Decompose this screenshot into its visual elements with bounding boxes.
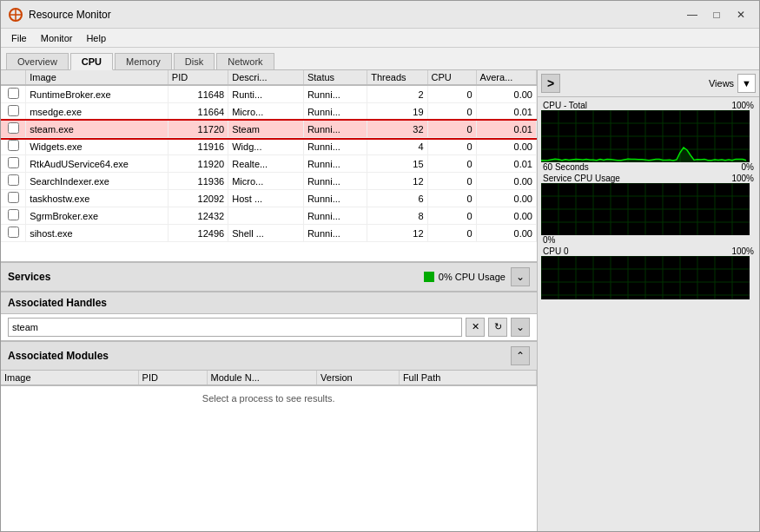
row-checkbox-cell[interactable]: [1, 103, 26, 121]
modules-col-image[interactable]: Image: [1, 371, 138, 385]
row-desc: Shell ...: [228, 225, 304, 242]
row-avg: 0.01: [476, 103, 536, 121]
col-header-status[interactable]: Status: [303, 70, 367, 85]
process-table: Image PID Descri... Status Threads CPU A…: [1, 70, 537, 242]
modules-table-container: Image PID Module N... Version Full Path …: [1, 371, 537, 532]
views-toolbar: > Views ▼: [538, 70, 759, 97]
row-checkbox[interactable]: [8, 227, 19, 238]
tab-overview[interactable]: Overview: [6, 53, 69, 69]
row-status: Runni...: [303, 207, 367, 225]
row-status: Runni...: [303, 155, 367, 173]
table-row[interactable]: SgrmBroker.exe 12432 Runni... 8 0 0.00: [1, 207, 537, 225]
services-title: Services: [8, 271, 424, 283]
row-desc: Steam: [228, 121, 304, 138]
row-cpu: 0: [427, 138, 476, 155]
row-status: Runni...: [303, 138, 367, 155]
handles-search-input[interactable]: [8, 318, 462, 337]
handles-refresh-btn[interactable]: ↻: [488, 318, 507, 337]
row-checkbox[interactable]: [8, 105, 19, 116]
row-checkbox-cell[interactable]: [1, 85, 26, 103]
menu-file[interactable]: File: [4, 31, 34, 45]
tab-memory[interactable]: Memory: [115, 53, 172, 69]
process-table-scroll[interactable]: Image PID Descri... Status Threads CPU A…: [1, 70, 537, 261]
services-badge: 0% CPU Usage: [424, 272, 506, 282]
row-cpu: 0: [427, 85, 476, 103]
col-header-threads[interactable]: Threads: [367, 70, 427, 85]
modules-col-version[interactable]: Version: [317, 371, 400, 385]
resource-monitor-window: Resource Monitor — □ ✕ File Monitor Help…: [0, 0, 760, 532]
tab-disk[interactable]: Disk: [174, 53, 215, 69]
row-threads: 2: [367, 85, 427, 103]
table-row[interactable]: RuntimeBroker.exe 11648 Runti... Runni..…: [1, 85, 537, 103]
handles-collapse-btn[interactable]: ⌄: [511, 318, 530, 337]
process-table-body: RuntimeBroker.exe 11648 Runti... Runni..…: [1, 85, 537, 242]
row-checkbox[interactable]: [8, 88, 19, 99]
row-checkbox[interactable]: [8, 209, 19, 220]
modules-collapse-btn[interactable]: ⌃: [511, 346, 530, 365]
row-checkbox[interactable]: [8, 192, 19, 203]
close-button[interactable]: ✕: [730, 5, 752, 24]
table-row[interactable]: taskhostw.exe 12092 Host ... Runni... 6 …: [1, 190, 537, 207]
cpu0-title: CPU 0: [543, 246, 568, 256]
table-row[interactable]: sihost.exe 12496 Shell ... Runni... 12 0…: [1, 225, 537, 242]
row-checkbox-cell[interactable]: [1, 225, 26, 242]
expand-button[interactable]: >: [541, 74, 560, 93]
table-row[interactable]: RtkAudUService64.exe 11920 Realte... Run…: [1, 155, 537, 173]
menu-monitor[interactable]: Monitor: [34, 31, 80, 45]
menu-help[interactable]: Help: [79, 31, 113, 45]
row-checkbox[interactable]: [8, 140, 19, 151]
views-label: Views: [709, 78, 734, 89]
service-cpu-max: 100%: [731, 174, 754, 183]
services-collapse-btn[interactable]: ⌄: [511, 267, 530, 286]
col-header-image[interactable]: Image: [26, 70, 169, 85]
row-checkbox[interactable]: [8, 122, 19, 134]
cpu0-graph-block: CPU 0 100%: [541, 246, 756, 299]
modules-header[interactable]: Associated Modules ⌃: [1, 341, 537, 371]
modules-table-body: Select a process to see results.: [1, 385, 537, 410]
cpu-total-bottom-row: 60 Seconds 0%: [541, 162, 756, 172]
cpu-total-graph-block: CPU - Total 100% 60 Seconds 0%: [541, 101, 756, 172]
row-checkbox-cell[interactable]: [1, 121, 26, 138]
minimize-button[interactable]: —: [681, 5, 704, 24]
col-header-pid[interactable]: PID: [168, 70, 228, 85]
row-pid: 11648: [168, 85, 228, 103]
tab-cpu[interactable]: CPU: [70, 53, 113, 70]
col-header-avg[interactable]: Avera...: [476, 70, 536, 85]
modules-col-module[interactable]: Module N...: [207, 371, 316, 385]
table-row[interactable]: SearchIndexer.exe 11936 Micro... Runni..…: [1, 173, 537, 190]
table-row[interactable]: Widgets.exe 11916 Widg... Runni... 4 0 0…: [1, 138, 537, 155]
handles-header[interactable]: Associated Handles: [1, 292, 537, 314]
row-desc: Micro...: [228, 103, 304, 121]
row-cpu: 0: [427, 190, 476, 207]
row-cpu: 0: [427, 103, 476, 121]
window-title: Resource Monitor: [29, 9, 681, 21]
row-image: Widgets.exe: [26, 138, 169, 155]
row-status: Runni...: [303, 103, 367, 121]
row-checkbox-cell[interactable]: [1, 173, 26, 190]
row-checkbox[interactable]: [8, 157, 19, 168]
row-avg: 0.00: [476, 225, 536, 242]
row-checkbox-cell[interactable]: [1, 155, 26, 173]
app-icon: [8, 7, 23, 23]
tab-network[interactable]: Network: [216, 53, 274, 69]
views-dropdown[interactable]: ▼: [737, 74, 756, 93]
row-avg: 0.00: [476, 173, 536, 190]
row-checkbox-cell[interactable]: [1, 138, 26, 155]
row-image: msedge.exe: [26, 103, 169, 121]
service-cpu-title: Service CPU Usage: [543, 174, 620, 183]
table-row[interactable]: msedge.exe 11664 Micro... Runni... 19 0 …: [1, 103, 537, 121]
row-checkbox-cell[interactable]: [1, 190, 26, 207]
modules-col-pid[interactable]: PID: [138, 371, 207, 385]
modules-col-path[interactable]: Full Path: [399, 371, 536, 385]
maximize-button[interactable]: □: [705, 5, 728, 24]
table-row[interactable]: steam.exe 11720 Steam Runni... 32 0 0.01: [1, 121, 537, 138]
handles-clear-btn[interactable]: ✕: [466, 318, 485, 337]
row-checkbox[interactable]: [8, 174, 19, 186]
row-checkbox-cell[interactable]: [1, 207, 26, 225]
services-header[interactable]: Services 0% CPU Usage ⌄: [1, 262, 537, 292]
row-avg: 0.00: [476, 85, 536, 103]
col-header-desc[interactable]: Descri...: [228, 70, 304, 85]
main-content: Image PID Descri... Status Threads CPU A…: [1, 70, 759, 531]
row-threads: 15: [367, 155, 427, 173]
col-header-cpu[interactable]: CPU: [427, 70, 476, 85]
